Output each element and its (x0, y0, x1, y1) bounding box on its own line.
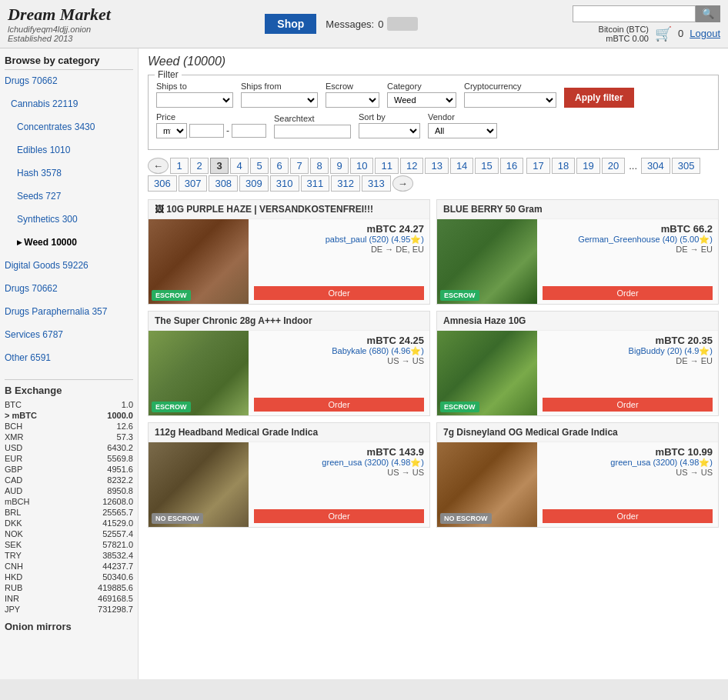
page-number-button[interactable]: 3 (210, 158, 229, 174)
page-number-button[interactable]: 313 (362, 175, 391, 192)
product-card: BLUE BERRY 50 GramESCROWmBTC 66.2German_… (436, 199, 719, 305)
page-number-button[interactable]: 2 (190, 158, 209, 174)
exchange-value: 419885.6 (98, 583, 133, 592)
page-number-button[interactable]: 7 (290, 158, 309, 174)
page-number-button[interactable]: 306 (148, 175, 177, 192)
product-vendor[interactable]: pabst_paul (520) (4.95⭐) (254, 235, 424, 245)
order-button[interactable]: Order (543, 509, 713, 523)
page-number-button[interactable]: 309 (239, 175, 269, 192)
product-info: mBTC 20.35BigBuddy (20) (4.9⭐)DE → EUOrd… (537, 331, 718, 415)
product-vendor[interactable]: BigBuddy (20) (4.9⭐) (543, 346, 713, 356)
page-number-button[interactable]: 9 (330, 158, 349, 174)
sidebar-cat-item[interactable]: Cannabis 22119 (5, 98, 133, 110)
page-number-button[interactable]: 18 (552, 158, 575, 174)
page-number-button[interactable]: 304 (641, 158, 670, 174)
apply-filter-button[interactable]: Apply filter (564, 88, 634, 108)
filter-box: Filter Ships to Ships from Escrow Catego… (148, 75, 719, 150)
page-nav-button[interactable]: → (392, 175, 413, 192)
exchange-value: 44237.7 (102, 562, 133, 571)
order-button[interactable]: Order (254, 286, 424, 300)
escrow-select[interactable] (326, 92, 379, 108)
sidebar-cat-item[interactable]: Seeds 727 (5, 190, 133, 202)
category-select[interactable]: Weed (387, 92, 456, 108)
page-number-button[interactable]: 5 (250, 158, 269, 174)
escrow-badge: ESCROW (440, 290, 479, 301)
browse-title: Browse by category (5, 55, 133, 70)
sort-by-label: Sort by (359, 112, 420, 122)
search-button[interactable]: 🔍 (696, 5, 720, 22)
page-number-button[interactable]: 4 (230, 158, 249, 174)
sidebar-cat-item[interactable]: Concentrates 3430 (5, 121, 133, 133)
page-number-button[interactable]: 17 (526, 158, 549, 174)
product-body: ESCROWmBTC 66.2German_Greenhouse (40) (5… (437, 219, 718, 304)
product-vendor[interactable]: German_Greenhouse (40) (5.00⭐) (543, 235, 713, 245)
sidebar-cat-item[interactable]: Drugs 70662 (5, 75, 133, 87)
page-number-button[interactable]: 13 (425, 158, 448, 174)
exchange-rate-row: > mBTC1000.0 (5, 410, 133, 421)
ships-from-select[interactable] (241, 92, 318, 108)
sidebar-cat-item[interactable]: Drugs Paraphernalia 357 (5, 305, 133, 318)
product-info-top: mBTC 10.99green_usa (3200) (4.98⭐)US → U… (543, 446, 713, 477)
price-max-input[interactable] (232, 124, 266, 138)
page-number-button[interactable]: 6 (270, 158, 289, 174)
page-number-button[interactable]: 11 (375, 158, 398, 174)
page-number-button[interactable]: 310 (270, 175, 299, 192)
product-price: mBTC 66.2 (543, 223, 713, 235)
order-button[interactable]: Order (254, 398, 424, 412)
exchange-currency: CAD (5, 475, 22, 485)
cryptocurrency-select[interactable] (464, 92, 556, 108)
page-number-button[interactable]: 8 (310, 158, 329, 174)
sort-by-select[interactable] (359, 123, 420, 138)
order-button[interactable]: Order (254, 509, 424, 523)
page-number-button[interactable]: 14 (450, 158, 473, 174)
page-nav-button[interactable]: ← (148, 158, 169, 174)
product-vendor[interactable]: green_usa (3200) (4.98⭐) (543, 458, 713, 468)
logout-button[interactable]: Logout (690, 28, 720, 39)
sidebar-cat-item[interactable]: Synthetics 300 (5, 213, 133, 225)
exchange-value: 12608.0 (102, 497, 133, 506)
sidebar-cat-item[interactable]: Other 6591 (5, 352, 133, 364)
page-number-button[interactable]: 308 (209, 175, 238, 192)
product-vendor[interactable]: green_usa (3200) (4.98⭐) (254, 458, 424, 468)
exchange-value: 38532.4 (102, 551, 133, 560)
search-input[interactable] (573, 5, 696, 22)
page-number-button[interactable]: 15 (475, 158, 498, 174)
page-number-button[interactable]: 10 (350, 158, 373, 174)
page-number-button[interactable]: 1 (170, 158, 189, 174)
page-number-button[interactable]: 16 (500, 158, 523, 174)
page-number-button[interactable]: 307 (179, 175, 208, 192)
product-info: mBTC 143.9green_usa (3200) (4.98⭐)US → U… (249, 442, 429, 527)
product-info-top: mBTC 66.2German_Greenhouse (40) (5.00⭐)D… (543, 223, 713, 254)
filter-row-1: Ships to Ships from Escrow Category Weed (156, 82, 710, 108)
exchange-title: B Exchange (5, 385, 133, 396)
exchange-currency: DKK (5, 518, 22, 528)
page-number-button[interactable]: 312 (331, 175, 360, 192)
exchange-currency: SEK (5, 540, 22, 549)
sidebar-cat-item[interactable]: Services 6787 (5, 328, 133, 341)
sidebar-cat-item[interactable]: Edibles 1010 (5, 144, 133, 156)
page-number-button[interactable]: 20 (602, 158, 625, 174)
product-image: ESCROW (437, 219, 537, 304)
price-min-input[interactable] (189, 124, 224, 138)
ships-to-label: Ships to (156, 82, 233, 91)
vendor-select[interactable]: All (428, 123, 497, 138)
page-number-button[interactable]: 311 (301, 175, 330, 192)
ships-to-select[interactable] (156, 92, 233, 108)
price-prefix-select[interactable]: mt (156, 123, 187, 138)
sidebar-cat-item[interactable]: Hash 3578 (5, 167, 133, 179)
escrow-badge: ESCROW (440, 402, 479, 412)
page-number-button[interactable]: 19 (576, 158, 599, 174)
sidebar-cat-item[interactable]: Digital Goods 59226 (5, 259, 133, 272)
sidebar-cat-item[interactable]: ▸ Weed 10000 (5, 236, 133, 248)
searchtext-input[interactable] (274, 125, 351, 138)
sidebar-cat-item[interactable]: Drugs 70662 (5, 282, 133, 295)
cryptocurrency-label: Cryptocurrency (464, 82, 556, 91)
page-number-button[interactable]: 305 (672, 158, 701, 174)
order-button[interactable]: Order (543, 286, 713, 300)
cart-icon[interactable]: 🛒 (655, 25, 672, 42)
order-button[interactable]: Order (543, 398, 713, 412)
product-info-top: mBTC 20.35BigBuddy (20) (4.9⭐)DE → EU (543, 335, 713, 365)
product-vendor[interactable]: Babykale (680) (4.96⭐) (254, 346, 424, 356)
page-number-button[interactable]: 12 (400, 158, 423, 174)
shop-button[interactable]: Shop (265, 14, 316, 34)
